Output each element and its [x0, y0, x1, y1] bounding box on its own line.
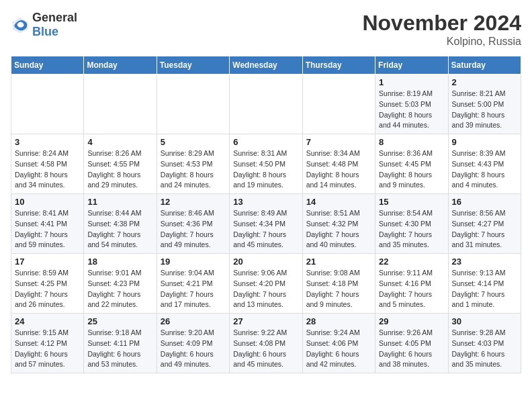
weekday-header-saturday: Saturday	[448, 56, 521, 75]
calendar-day-10: 10Sunrise: 8:41 AM Sunset: 4:41 PM Dayli…	[11, 194, 84, 254]
calendar-day-1: 1Sunrise: 8:19 AM Sunset: 5:03 PM Daylig…	[375, 75, 448, 134]
day-number: 30	[452, 316, 517, 326]
day-number: 9	[452, 137, 517, 147]
day-info: Sunrise: 8:46 AM Sunset: 4:36 PM Dayligh…	[161, 208, 226, 250]
calendar-week-row: 3Sunrise: 8:24 AM Sunset: 4:58 PM Daylig…	[11, 134, 521, 194]
calendar-day-14: 14Sunrise: 8:51 AM Sunset: 4:32 PM Dayli…	[302, 194, 375, 254]
day-number: 23	[452, 257, 517, 267]
empty-day-cell	[84, 75, 157, 134]
day-number: 6	[233, 137, 298, 147]
weekday-header-friday: Friday	[375, 56, 448, 75]
day-number: 5	[161, 137, 226, 147]
calendar-day-27: 27Sunrise: 9:22 AM Sunset: 4:08 PM Dayli…	[230, 314, 302, 373]
day-info: Sunrise: 8:44 AM Sunset: 4:38 PM Dayligh…	[87, 208, 152, 250]
calendar-day-29: 29Sunrise: 9:26 AM Sunset: 4:05 PM Dayli…	[375, 314, 448, 373]
day-info: Sunrise: 8:54 AM Sunset: 4:30 PM Dayligh…	[379, 208, 444, 250]
calendar-day-2: 2Sunrise: 8:21 AM Sunset: 5:00 PM Daylig…	[448, 75, 521, 134]
day-info: Sunrise: 8:29 AM Sunset: 4:53 PM Dayligh…	[161, 148, 226, 191]
month-title: November 2024	[362, 11, 521, 36]
empty-day-cell	[157, 75, 229, 134]
day-info: Sunrise: 9:06 AM Sunset: 4:20 PM Dayligh…	[233, 268, 298, 310]
day-info: Sunrise: 9:13 AM Sunset: 4:14 PM Dayligh…	[452, 268, 517, 310]
calendar-day-22: 22Sunrise: 9:11 AM Sunset: 4:16 PM Dayli…	[375, 254, 448, 314]
day-number: 27	[233, 316, 298, 326]
calendar-day-5: 5Sunrise: 8:29 AM Sunset: 4:53 PM Daylig…	[157, 134, 229, 194]
day-info: Sunrise: 9:26 AM Sunset: 4:05 PM Dayligh…	[379, 328, 444, 370]
calendar-day-17: 17Sunrise: 8:59 AM Sunset: 4:25 PM Dayli…	[11, 254, 84, 314]
day-number: 3	[15, 137, 80, 147]
day-info: Sunrise: 9:15 AM Sunset: 4:12 PM Dayligh…	[15, 328, 80, 370]
day-info: Sunrise: 9:24 AM Sunset: 4:06 PM Dayligh…	[306, 328, 371, 370]
day-number: 24	[15, 316, 80, 326]
day-info: Sunrise: 8:21 AM Sunset: 5:00 PM Dayligh…	[452, 89, 517, 131]
day-number: 11	[87, 197, 152, 207]
calendar-day-20: 20Sunrise: 9:06 AM Sunset: 4:20 PM Dayli…	[230, 254, 302, 314]
day-number: 22	[379, 257, 444, 267]
calendar-day-25: 25Sunrise: 9:18 AM Sunset: 4:11 PM Dayli…	[84, 314, 157, 373]
day-info: Sunrise: 8:34 AM Sunset: 4:48 PM Dayligh…	[306, 148, 371, 191]
day-number: 8	[379, 137, 444, 147]
day-info: Sunrise: 8:36 AM Sunset: 4:45 PM Dayligh…	[379, 148, 444, 191]
calendar-day-6: 6Sunrise: 8:31 AM Sunset: 4:50 PM Daylig…	[230, 134, 302, 194]
day-number: 20	[233, 257, 298, 267]
day-info: Sunrise: 8:26 AM Sunset: 4:55 PM Dayligh…	[87, 148, 152, 191]
calendar-day-8: 8Sunrise: 8:36 AM Sunset: 4:45 PM Daylig…	[375, 134, 448, 194]
day-number: 29	[379, 316, 444, 326]
calendar-day-18: 18Sunrise: 9:01 AM Sunset: 4:23 PM Dayli…	[84, 254, 157, 314]
day-number: 19	[161, 257, 226, 267]
day-info: Sunrise: 8:51 AM Sunset: 4:32 PM Dayligh…	[306, 208, 371, 250]
logo-blue-text: Blue	[32, 25, 58, 38]
calendar-week-row: 1Sunrise: 8:19 AM Sunset: 5:03 PM Daylig…	[11, 75, 521, 134]
day-info: Sunrise: 9:20 AM Sunset: 4:09 PM Dayligh…	[161, 328, 226, 370]
day-info: Sunrise: 8:24 AM Sunset: 4:58 PM Dayligh…	[15, 148, 80, 191]
day-number: 15	[379, 197, 444, 207]
day-info: Sunrise: 9:11 AM Sunset: 4:16 PM Dayligh…	[379, 268, 444, 310]
calendar-week-row: 24Sunrise: 9:15 AM Sunset: 4:12 PM Dayli…	[11, 314, 521, 373]
weekday-header-thursday: Thursday	[302, 56, 375, 75]
calendar-day-19: 19Sunrise: 9:04 AM Sunset: 4:21 PM Dayli…	[157, 254, 229, 314]
weekday-header-sunday: Sunday	[11, 56, 84, 75]
day-info: Sunrise: 9:08 AM Sunset: 4:18 PM Dayligh…	[306, 268, 371, 310]
day-number: 17	[15, 257, 80, 267]
calendar-table: SundayMondayTuesdayWednesdayThursdayFrid…	[11, 56, 521, 373]
calendar-day-15: 15Sunrise: 8:54 AM Sunset: 4:30 PM Dayli…	[375, 194, 448, 254]
day-number: 10	[15, 197, 80, 207]
logo: General Blue	[11, 11, 77, 39]
empty-day-cell	[230, 75, 302, 134]
day-number: 21	[306, 257, 371, 267]
day-info: Sunrise: 8:39 AM Sunset: 4:43 PM Dayligh…	[452, 148, 517, 191]
day-number: 7	[306, 137, 371, 147]
calendar-day-9: 9Sunrise: 8:39 AM Sunset: 4:43 PM Daylig…	[448, 134, 521, 194]
calendar-day-28: 28Sunrise: 9:24 AM Sunset: 4:06 PM Dayli…	[302, 314, 375, 373]
calendar-day-7: 7Sunrise: 8:34 AM Sunset: 4:48 PM Daylig…	[302, 134, 375, 194]
calendar-day-23: 23Sunrise: 9:13 AM Sunset: 4:14 PM Dayli…	[448, 254, 521, 314]
calendar-day-12: 12Sunrise: 8:46 AM Sunset: 4:36 PM Dayli…	[157, 194, 229, 254]
day-number: 18	[87, 257, 152, 267]
calendar-day-30: 30Sunrise: 9:28 AM Sunset: 4:03 PM Dayli…	[448, 314, 521, 373]
calendar-day-11: 11Sunrise: 8:44 AM Sunset: 4:38 PM Dayli…	[84, 194, 157, 254]
calendar-week-row: 17Sunrise: 8:59 AM Sunset: 4:25 PM Dayli…	[11, 254, 521, 314]
day-number: 4	[87, 137, 152, 147]
empty-day-cell	[302, 75, 375, 134]
title-block: November 2024 Kolpino, Russia	[362, 11, 521, 48]
location-title: Kolpino, Russia	[362, 36, 521, 48]
day-number: 12	[161, 197, 226, 207]
day-info: Sunrise: 9:22 AM Sunset: 4:08 PM Dayligh…	[233, 328, 298, 370]
calendar-day-24: 24Sunrise: 9:15 AM Sunset: 4:12 PM Dayli…	[11, 314, 84, 373]
day-number: 2	[452, 77, 517, 87]
day-number: 16	[452, 197, 517, 207]
calendar-day-21: 21Sunrise: 9:08 AM Sunset: 4:18 PM Dayli…	[302, 254, 375, 314]
weekday-header-wednesday: Wednesday	[230, 56, 302, 75]
day-number: 14	[306, 197, 371, 207]
day-number: 1	[379, 77, 444, 87]
day-info: Sunrise: 9:18 AM Sunset: 4:11 PM Dayligh…	[87, 328, 152, 370]
day-info: Sunrise: 9:01 AM Sunset: 4:23 PM Dayligh…	[87, 268, 152, 310]
logo-icon	[11, 15, 30, 34]
day-info: Sunrise: 8:31 AM Sunset: 4:50 PM Dayligh…	[233, 148, 298, 191]
day-number: 28	[306, 316, 371, 326]
page-header: General Blue November 2024 Kolpino, Russ…	[11, 11, 521, 48]
day-info: Sunrise: 8:49 AM Sunset: 4:34 PM Dayligh…	[233, 208, 298, 250]
day-info: Sunrise: 9:04 AM Sunset: 4:21 PM Dayligh…	[161, 268, 226, 310]
day-number: 13	[233, 197, 298, 207]
day-number: 25	[87, 316, 152, 326]
